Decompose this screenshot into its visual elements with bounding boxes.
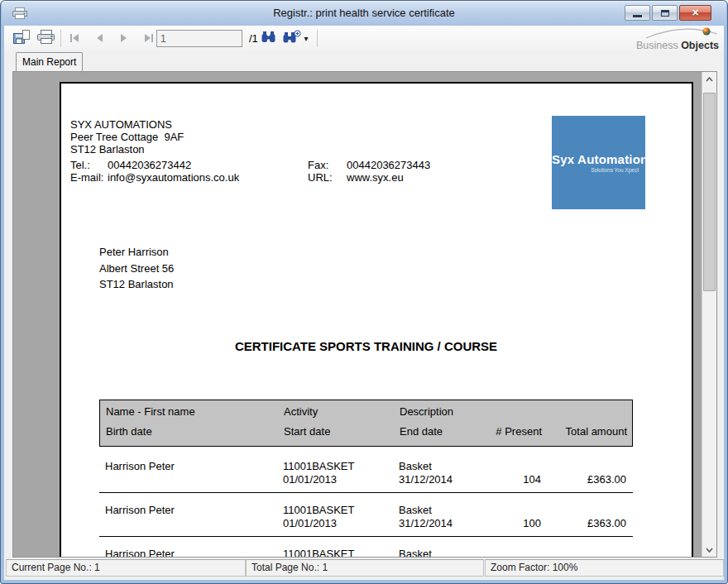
minimize-icon bbox=[633, 15, 642, 17]
report-viewport: SYX AUTOMATIONS Peer Tree Cottage 9AF ST… bbox=[12, 71, 717, 558]
tab-label: Main Report bbox=[22, 56, 76, 68]
maximize-icon bbox=[661, 10, 669, 17]
header-total-amount: Total amount bbox=[520, 425, 627, 438]
tel-label: Tel.: bbox=[70, 159, 90, 171]
status-current-page: Current Page No.: 1 bbox=[6, 559, 246, 577]
previous-page-button[interactable] bbox=[89, 28, 110, 49]
business-objects-logo: Business Objects bbox=[611, 26, 719, 51]
scroll-up-button[interactable] bbox=[702, 72, 716, 86]
recipient-name: Peter Harrison bbox=[99, 246, 169, 258]
cell-description: Basket bbox=[399, 548, 432, 558]
cell-amount: £363.00 bbox=[519, 473, 626, 486]
table-row: Harrison Peter 11001BASKET Basket 01/01/… bbox=[99, 455, 633, 493]
binoculars-zoom-icon bbox=[282, 30, 301, 47]
cell-activity: 11001BASKET bbox=[283, 548, 354, 558]
url-label: URL: bbox=[308, 171, 333, 184]
logo-name: Syx Automations bbox=[552, 152, 641, 166]
certificate-title: CERTIFICATE SPORTS TRAINING / COURSE bbox=[99, 339, 633, 353]
cell-name: Harrison Peter bbox=[105, 548, 175, 558]
find-text-button[interactable] bbox=[257, 28, 279, 49]
cell-name: Harrison Peter bbox=[105, 504, 175, 516]
window-controls: × bbox=[625, 5, 711, 21]
table-header: Name - First name Activity Description B… bbox=[99, 400, 633, 447]
first-page-icon bbox=[69, 31, 80, 46]
last-page-icon bbox=[143, 31, 155, 46]
window-body: /1 bbox=[4, 26, 724, 580]
close-icon: × bbox=[692, 6, 698, 20]
cell-description: Basket bbox=[399, 460, 432, 472]
brand-text: Business Objects bbox=[611, 40, 719, 51]
table-row: Harrison Peter 11001BASKET Basket bbox=[99, 543, 633, 558]
scrollbar-thumb[interactable] bbox=[703, 93, 716, 291]
export-button[interactable] bbox=[11, 28, 32, 49]
print-icon bbox=[36, 29, 56, 49]
page-number-input[interactable] bbox=[156, 30, 242, 47]
first-page-button[interactable] bbox=[64, 28, 85, 49]
vertical-scrollbar[interactable] bbox=[702, 72, 716, 557]
fax-value: 00442036273443 bbox=[347, 159, 430, 171]
status-bar: Current Page No.: 1 Total Page No.: 1 Zo… bbox=[4, 558, 724, 577]
cell-activity: 11001BASKET bbox=[283, 460, 354, 472]
chevron-down-icon bbox=[706, 548, 713, 553]
zoom-button[interactable]: ▾ bbox=[280, 28, 310, 49]
cell-start-date: 01/01/2013 bbox=[283, 473, 337, 486]
table-row: Harrison Peter 11001BASKET Basket 01/01/… bbox=[99, 499, 633, 537]
status-zoom-factor: Zoom Factor: 100% bbox=[485, 559, 724, 577]
company-contact-row: Tel.: 00442036273442 Fax: 00442036273443 bbox=[70, 159, 534, 171]
cell-start-date: 01/01/2013 bbox=[283, 517, 337, 529]
cell-end-date: 31/12/2014 bbox=[399, 473, 453, 486]
tel-value: 00442036273442 bbox=[108, 159, 191, 171]
brand-word-objects: Objects bbox=[681, 40, 719, 51]
logo-swoosh-sphere-icon bbox=[643, 26, 719, 39]
chevron-up-icon bbox=[706, 77, 713, 82]
recipient-city: ST12 Barlaston bbox=[99, 278, 174, 290]
header-birth-date: Birth date bbox=[106, 425, 152, 438]
scroll-down-button[interactable] bbox=[702, 543, 716, 557]
brand-word-business: Business bbox=[636, 40, 678, 51]
maximize-button[interactable] bbox=[652, 5, 678, 21]
next-page-icon bbox=[120, 31, 128, 46]
binoculars-search-icon bbox=[260, 30, 277, 47]
cell-end-date: 31/12/2014 bbox=[399, 517, 453, 529]
print-button[interactable] bbox=[36, 28, 57, 49]
header-description: Description bbox=[400, 405, 453, 418]
tab-main-report[interactable]: Main Report bbox=[16, 52, 83, 72]
fax-label: Fax: bbox=[308, 159, 328, 171]
next-page-button[interactable] bbox=[113, 28, 135, 49]
cell-name: Harrison Peter bbox=[105, 460, 175, 472]
title-bar[interactable]: Registr.: print health service certifica… bbox=[2, 1, 726, 26]
company-contact-row: E-mail: info@syxautomations.co.uk URL: w… bbox=[70, 171, 534, 184]
minimize-button[interactable] bbox=[625, 5, 650, 21]
status-total-page: Total Page No.: 1 bbox=[246, 559, 484, 577]
company-name: SYX AUTOMATIONS bbox=[70, 118, 172, 131]
company-address-line: Peer Tree Cottage 9AF bbox=[70, 131, 184, 143]
header-activity: Activity bbox=[284, 405, 318, 418]
window-title: Registr.: print health service certifica… bbox=[2, 7, 726, 19]
header-end-date: End date bbox=[400, 425, 443, 438]
report-viewer-window: Registr.: print health service certifica… bbox=[0, 0, 728, 584]
company-logo: Syx Automations Solutions You Xpect bbox=[552, 116, 645, 209]
report-page: SYX AUTOMATIONS Peer Tree Cottage 9AF ST… bbox=[60, 82, 693, 558]
recipient-street: Albert Street 56 bbox=[99, 262, 174, 275]
close-button[interactable]: × bbox=[679, 5, 711, 21]
export-icon bbox=[12, 29, 31, 49]
toolbar: /1 bbox=[4, 26, 724, 51]
chevron-down-icon: ▾ bbox=[304, 34, 308, 43]
toolbar-separator bbox=[317, 30, 318, 47]
cell-activity: 11001BASKET bbox=[283, 504, 354, 516]
cell-amount: £363.00 bbox=[519, 517, 626, 529]
header-name-first-name: Name - First name bbox=[106, 405, 195, 418]
previous-page-icon bbox=[95, 31, 103, 46]
logo-tagline: Solutions You Xpect bbox=[591, 167, 639, 173]
email-label: E-mail: bbox=[70, 171, 103, 184]
url-value: www.syx.eu bbox=[347, 171, 404, 184]
cell-description: Basket bbox=[399, 504, 432, 516]
toolbar-separator bbox=[60, 30, 61, 47]
company-address-line: ST12 Barlaston bbox=[70, 143, 145, 156]
header-start-date: Start date bbox=[284, 425, 330, 438]
email-value: info@syxautomations.co.uk bbox=[108, 171, 239, 184]
